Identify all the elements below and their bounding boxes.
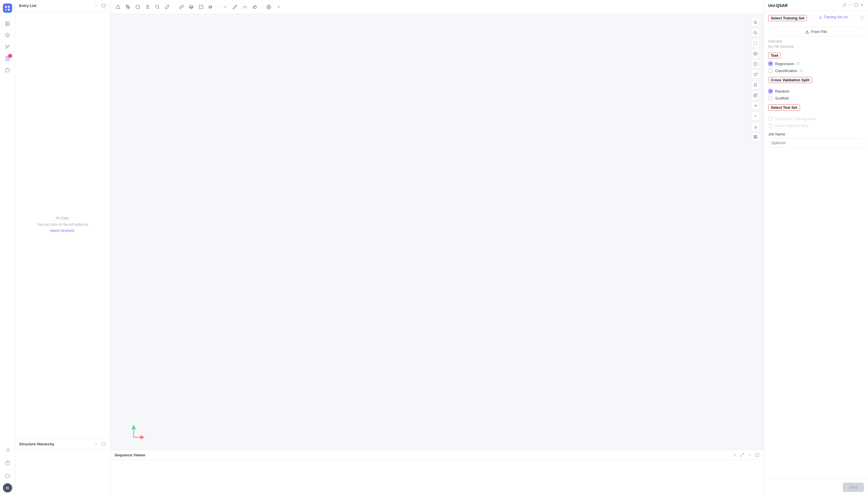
brush-tool[interactable]: [163, 3, 171, 11]
link-tool[interactable]: [177, 3, 186, 11]
classification-info-icon[interactable]: ⓘ: [800, 68, 803, 73]
sequence-viewer-header: Sequence Viewer: [111, 450, 764, 460]
search-tool[interactable]: [153, 3, 161, 11]
svg-line-68: [844, 3, 846, 5]
entry-list-body: No Data. You can click on the left butto…: [15, 11, 110, 438]
svg-point-49: [755, 53, 756, 55]
sidebar-list-icon[interactable]: [2, 445, 13, 455]
sequence-minimize-btn[interactable]: [747, 452, 752, 458]
sidebar-layers-icon[interactable]: [2, 30, 13, 41]
structure-hierarchy: Structure Hierarchy: [15, 438, 110, 496]
crosshair-btn[interactable]: [751, 60, 760, 68]
select-test-set-label: Select Test Set: [768, 105, 800, 110]
svg-rect-37: [199, 5, 203, 9]
entry-list-expand[interactable]: [101, 3, 106, 8]
cv-radio-group: Random Scaffold: [768, 89, 864, 100]
sidebar-cloud-icon[interactable]: [2, 470, 13, 481]
select-training-set-row: Select Training Set Training Set.csv ⓘ: [768, 15, 864, 24]
frame-tool[interactable]: [197, 3, 205, 11]
svg-rect-70: [855, 3, 858, 7]
split-radio-input[interactable]: [768, 116, 773, 121]
no-data-text: No Data. You can click on the left butto…: [37, 215, 88, 234]
classification-radio-input[interactable]: [768, 68, 773, 73]
toolbar: [111, 0, 764, 14]
select-data-radio-input[interactable]: [768, 123, 773, 128]
panel-minimize-btn[interactable]: [848, 3, 852, 8]
camera-btn[interactable]: [751, 49, 760, 58]
svg-point-8: [5, 48, 6, 49]
zoom-out-btn[interactable]: [751, 28, 760, 37]
panel-maximize-btn[interactable]: [854, 3, 858, 8]
regression-info-icon[interactable]: ⓘ: [796, 62, 800, 66]
hexagon-tool[interactable]: [134, 3, 142, 11]
sidebar-molecule-icon[interactable]: [2, 42, 13, 52]
axis-indicator: [128, 423, 145, 441]
structure-hierarchy-expand[interactable]: [101, 441, 106, 447]
down-arrow-btn[interactable]: [751, 112, 760, 120]
sidebar-table-icon[interactable]: [2, 18, 13, 29]
sequence-fullscreen-btn[interactable]: [755, 452, 760, 458]
settings-tool[interactable]: [265, 3, 273, 11]
job-name-input[interactable]: [768, 138, 864, 148]
sidebar-job-icon[interactable]: [2, 65, 13, 75]
shape-tool[interactable]: [114, 3, 122, 11]
gear-btn[interactable]: [751, 122, 760, 131]
line-tool[interactable]: [221, 3, 229, 11]
job-name-section: Job Name: [768, 132, 864, 148]
job-name-label: Job Name: [768, 132, 864, 136]
bookmark-btn[interactable]: [751, 80, 760, 89]
svg-line-43: [756, 23, 757, 24]
curve-tool[interactable]: [241, 3, 249, 11]
svg-rect-59: [754, 137, 755, 138]
right-panel-header: Uni-QSAR: [764, 0, 868, 11]
sidebar-help-icon[interactable]: [2, 458, 13, 468]
pencil-tool[interactable]: [231, 3, 239, 11]
coins-tool[interactable]: [207, 3, 215, 11]
split-from-training-radio[interactable]: Split From Training Data: [768, 116, 864, 121]
grid-btn[interactable]: [751, 133, 760, 141]
next-button[interactable]: Next: [843, 483, 864, 492]
zoom-in-btn[interactable]: [751, 18, 760, 27]
regression-radio[interactable]: Regression ⓘ: [768, 61, 864, 66]
entry-list-minimize[interactable]: [93, 3, 99, 8]
training-set-link[interactable]: Training Set.csv: [819, 15, 848, 19]
sequence-expand-v-btn[interactable]: [740, 452, 745, 458]
training-set-info-icon[interactable]: ⓘ: [860, 15, 864, 20]
sidebar-badge-icon[interactable]: 1: [2, 53, 13, 64]
svg-rect-57: [754, 136, 755, 137]
badge-count: 1: [8, 54, 12, 58]
structure-hierarchy-title: Structure Hierarchy: [19, 442, 54, 446]
edit-btn[interactable]: [751, 91, 760, 99]
regression-radio-input[interactable]: [768, 61, 773, 66]
scaffold-radio[interactable]: Scaffold: [768, 96, 864, 100]
entry-list-title: Entry List: [19, 3, 36, 8]
import-structure-link[interactable]: import structure.: [50, 229, 75, 233]
panel-popout-btn[interactable]: [842, 3, 847, 8]
svg-point-63: [734, 454, 735, 455]
user-avatar[interactable]: H: [3, 483, 12, 493]
pen-tool[interactable]: [124, 3, 132, 11]
classification-label: Classification: [775, 68, 798, 73]
flask-tool[interactable]: [143, 3, 152, 11]
select-data-for-test-label: Select Data for Test: [775, 124, 808, 128]
arrow-tool[interactable]: [274, 3, 283, 11]
svg-point-38: [209, 5, 211, 7]
random-radio-input[interactable]: [768, 89, 773, 93]
eraser-tool[interactable]: [251, 3, 259, 11]
structure-hierarchy-minimize[interactable]: [93, 441, 99, 447]
random-radio[interactable]: Random: [768, 89, 864, 93]
svg-point-56: [755, 126, 756, 127]
fit-view-btn[interactable]: [751, 39, 760, 47]
from-file-button[interactable]: From File: [768, 27, 864, 36]
sequence-settings-btn[interactable]: [732, 452, 737, 458]
select-data-for-test-radio[interactable]: Select Data for Test: [768, 123, 864, 128]
chain-btn[interactable]: [751, 101, 760, 110]
classification-radio[interactable]: Classification ⓘ: [768, 68, 864, 73]
svg-point-6: [5, 45, 6, 46]
panel-close-btn[interactable]: [860, 3, 864, 8]
refresh-btn[interactable]: [751, 70, 760, 79]
svg-rect-58: [756, 136, 757, 137]
svg-rect-0: [5, 22, 10, 26]
layers-tool[interactable]: [187, 3, 195, 11]
scaffold-radio-input[interactable]: [768, 96, 773, 100]
